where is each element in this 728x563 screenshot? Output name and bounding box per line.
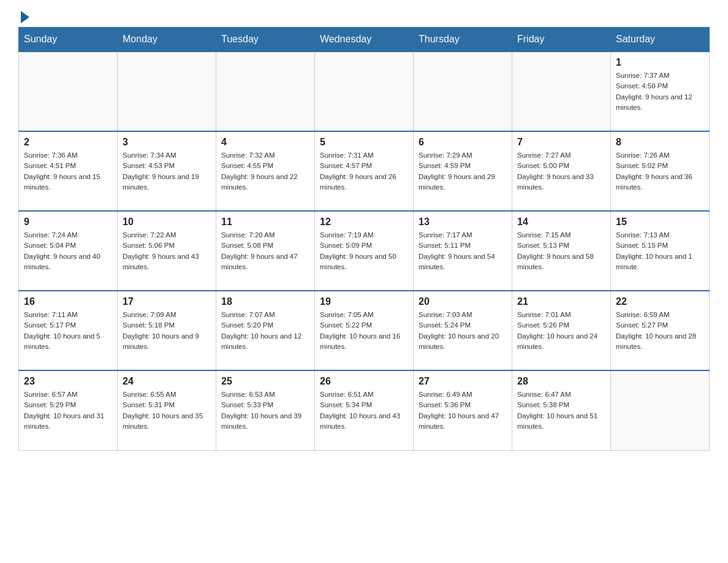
calendar-header-row: SundayMondayTuesdayWednesdayThursdayFrid… [19,28,710,52]
week-row-1: 1Sunrise: 7:37 AM Sunset: 4:50 PM Daylig… [19,52,710,131]
calendar-cell: 11Sunrise: 7:20 AM Sunset: 5:08 PM Dayli… [216,211,315,291]
calendar-cell: 2Sunrise: 7:36 AM Sunset: 4:51 PM Daylig… [19,131,118,211]
calendar-cell: 6Sunrise: 7:29 AM Sunset: 4:59 PM Daylig… [414,131,512,211]
day-number: 23 [24,376,112,387]
calendar-cell: 13Sunrise: 7:17 AM Sunset: 5:11 PM Dayli… [414,211,512,291]
day-info: Sunrise: 7:13 AM Sunset: 5:15 PM Dayligh… [616,230,704,272]
day-number: 16 [24,296,112,307]
day-info: Sunrise: 7:15 AM Sunset: 5:13 PM Dayligh… [517,230,605,272]
day-number: 20 [419,296,507,307]
day-number: 15 [616,216,704,228]
calendar-cell: 27Sunrise: 6:49 AM Sunset: 5:36 PM Dayli… [414,370,512,450]
day-info: Sunrise: 6:55 AM Sunset: 5:31 PM Dayligh… [123,389,211,432]
day-number: 1 [616,57,704,68]
calendar-cell: 1Sunrise: 7:37 AM Sunset: 4:50 PM Daylig… [611,52,710,131]
day-info: Sunrise: 7:03 AM Sunset: 5:24 PM Dayligh… [419,310,507,352]
calendar-cell: 5Sunrise: 7:31 AM Sunset: 4:57 PM Daylig… [315,131,414,211]
day-info: Sunrise: 6:49 AM Sunset: 5:36 PM Dayligh… [419,389,507,432]
calendar-cell: 4Sunrise: 7:32 AM Sunset: 4:55 PM Daylig… [216,131,315,211]
calendar-cell: 16Sunrise: 7:11 AM Sunset: 5:17 PM Dayli… [19,291,118,370]
day-info: Sunrise: 6:53 AM Sunset: 5:33 PM Dayligh… [221,389,309,432]
calendar-cell: 20Sunrise: 7:03 AM Sunset: 5:24 PM Dayli… [414,291,512,370]
week-row-4: 16Sunrise: 7:11 AM Sunset: 5:17 PM Dayli… [19,291,710,370]
calendar-cell [118,52,216,131]
day-number: 8 [616,137,704,148]
calendar-cell: 3Sunrise: 7:34 AM Sunset: 4:53 PM Daylig… [118,131,216,211]
day-info: Sunrise: 7:11 AM Sunset: 5:17 PM Dayligh… [24,310,112,352]
day-header-friday: Friday [512,28,611,52]
calendar-cell [611,370,710,450]
day-info: Sunrise: 7:17 AM Sunset: 5:11 PM Dayligh… [419,230,507,272]
calendar-cell [19,52,118,131]
logo [18,12,29,21]
day-number: 14 [517,216,605,228]
day-info: Sunrise: 7:05 AM Sunset: 5:22 PM Dayligh… [320,310,408,352]
calendar-cell: 12Sunrise: 7:19 AM Sunset: 5:09 PM Dayli… [315,211,414,291]
day-number: 3 [123,137,211,148]
day-info: Sunrise: 6:57 AM Sunset: 5:29 PM Dayligh… [24,389,112,432]
day-number: 22 [616,296,704,307]
day-info: Sunrise: 6:51 AM Sunset: 5:34 PM Dayligh… [320,389,408,432]
day-number: 4 [221,137,309,148]
day-number: 11 [221,216,309,228]
day-info: Sunrise: 6:47 AM Sunset: 5:38 PM Dayligh… [517,389,605,432]
logo-top [18,12,29,23]
calendar-cell: 8Sunrise: 7:26 AM Sunset: 5:02 PM Daylig… [611,131,710,211]
day-header-wednesday: Wednesday [315,28,414,52]
calendar-cell: 17Sunrise: 7:09 AM Sunset: 5:18 PM Dayli… [118,291,216,370]
calendar-cell: 24Sunrise: 6:55 AM Sunset: 5:31 PM Dayli… [118,370,216,450]
calendar-cell: 22Sunrise: 6:59 AM Sunset: 5:27 PM Dayli… [611,291,710,370]
day-header-saturday: Saturday [611,28,710,52]
day-number: 26 [320,376,408,387]
calendar-cell [315,52,414,131]
day-info: Sunrise: 7:24 AM Sunset: 5:04 PM Dayligh… [24,230,112,272]
day-number: 12 [320,216,408,228]
calendar-cell: 19Sunrise: 7:05 AM Sunset: 5:22 PM Dayli… [315,291,414,370]
calendar-cell: 23Sunrise: 6:57 AM Sunset: 5:29 PM Dayli… [19,370,118,450]
calendar-cell: 14Sunrise: 7:15 AM Sunset: 5:13 PM Dayli… [512,211,611,291]
day-number: 27 [419,376,507,387]
calendar-cell: 26Sunrise: 6:51 AM Sunset: 5:34 PM Dayli… [315,370,414,450]
day-info: Sunrise: 7:26 AM Sunset: 5:02 PM Dayligh… [616,150,704,193]
day-info: Sunrise: 7:29 AM Sunset: 4:59 PM Dayligh… [419,150,507,193]
day-number: 10 [123,216,211,228]
calendar-cell [216,52,315,131]
calendar-cell [512,52,611,131]
day-number: 5 [320,137,408,148]
day-info: Sunrise: 7:07 AM Sunset: 5:20 PM Dayligh… [221,310,309,352]
day-header-monday: Monday [118,28,216,52]
day-info: Sunrise: 7:20 AM Sunset: 5:08 PM Dayligh… [221,230,309,272]
day-info: Sunrise: 7:22 AM Sunset: 5:06 PM Dayligh… [123,230,211,272]
calendar-cell: 9Sunrise: 7:24 AM Sunset: 5:04 PM Daylig… [19,211,118,291]
day-number: 6 [419,137,507,148]
day-number: 7 [517,137,605,148]
day-header-tuesday: Tuesday [216,28,315,52]
day-number: 2 [24,137,112,148]
day-info: Sunrise: 7:09 AM Sunset: 5:18 PM Dayligh… [123,310,211,352]
day-info: Sunrise: 7:37 AM Sunset: 4:50 PM Dayligh… [616,71,704,113]
day-info: Sunrise: 7:32 AM Sunset: 4:55 PM Dayligh… [221,150,309,193]
day-number: 19 [320,296,408,307]
day-number: 28 [517,376,605,387]
calendar-cell [414,52,512,131]
calendar-cell: 25Sunrise: 6:53 AM Sunset: 5:33 PM Dayli… [216,370,315,450]
day-header-sunday: Sunday [19,28,118,52]
day-info: Sunrise: 6:59 AM Sunset: 5:27 PM Dayligh… [616,310,704,352]
day-number: 18 [221,296,309,307]
week-row-5: 23Sunrise: 6:57 AM Sunset: 5:29 PM Dayli… [19,370,710,450]
calendar-cell: 10Sunrise: 7:22 AM Sunset: 5:06 PM Dayli… [118,211,216,291]
day-info: Sunrise: 7:36 AM Sunset: 4:51 PM Dayligh… [24,150,112,193]
day-number: 21 [517,296,605,307]
day-number: 9 [24,216,112,228]
calendar-cell: 7Sunrise: 7:27 AM Sunset: 5:00 PM Daylig… [512,131,611,211]
day-info: Sunrise: 7:27 AM Sunset: 5:00 PM Dayligh… [517,150,605,193]
day-info: Sunrise: 7:31 AM Sunset: 4:57 PM Dayligh… [320,150,408,193]
calendar-table: SundayMondayTuesdayWednesdayThursdayFrid… [18,27,710,451]
calendar-cell: 21Sunrise: 7:01 AM Sunset: 5:26 PM Dayli… [512,291,611,370]
page-header [18,12,710,21]
calendar-cell: 15Sunrise: 7:13 AM Sunset: 5:15 PM Dayli… [611,211,710,291]
day-number: 17 [123,296,211,307]
week-row-3: 9Sunrise: 7:24 AM Sunset: 5:04 PM Daylig… [19,211,710,291]
day-info: Sunrise: 7:19 AM Sunset: 5:09 PM Dayligh… [320,230,408,272]
logo-arrow-icon [21,11,29,23]
